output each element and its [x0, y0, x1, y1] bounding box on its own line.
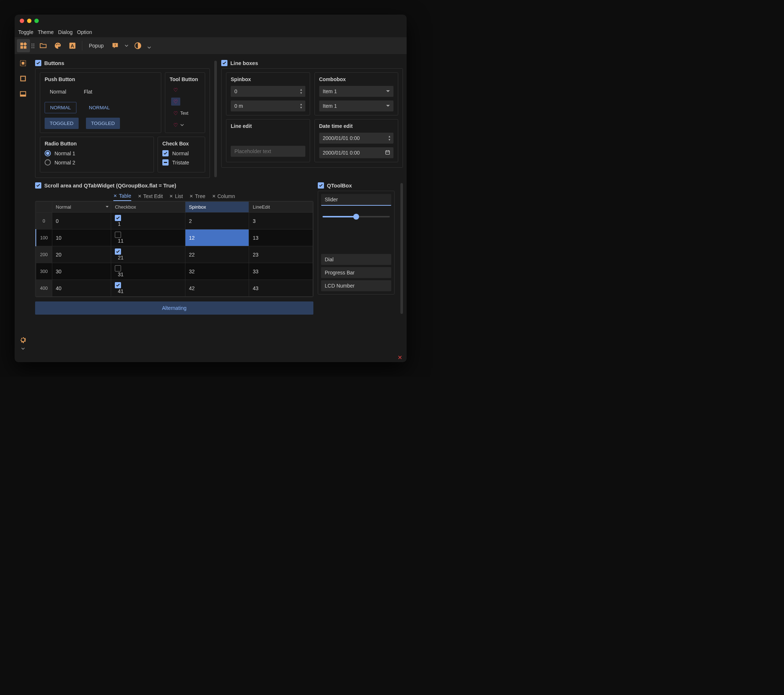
row-header[interactable]: 0 [36, 213, 52, 230]
cell[interactable]: 43 [249, 280, 313, 297]
close-icon[interactable]: ✕ [189, 194, 193, 199]
cell[interactable]: 20 [52, 246, 111, 263]
cell[interactable]: 13 [249, 230, 313, 246]
checkbox-normal[interactable]: Normal [162, 150, 200, 156]
tool-heart-boxed[interactable]: ♡ [171, 98, 180, 105]
sidebar-panel-icon[interactable] [17, 88, 29, 100]
spin-down-icon[interactable]: ▼ [299, 92, 304, 95]
cell[interactable]: 32 [185, 263, 249, 280]
datetime-1[interactable]: ▲▼ [319, 133, 394, 144]
toolbar-folder-icon[interactable] [36, 39, 50, 52]
buttons-group-check[interactable] [35, 60, 41, 66]
close-icon[interactable]: ✕ [138, 194, 142, 199]
cell[interactable]: 0 [52, 213, 111, 230]
table-row[interactable]: 30030 313233 [36, 263, 313, 280]
tool-heart-text[interactable]: ♡Text [171, 109, 191, 117]
statusbar-close-icon[interactable]: ✕ [397, 354, 402, 361]
col-normal[interactable]: Normal [52, 202, 111, 213]
cell-checkbox[interactable]: 31 [111, 263, 185, 280]
cell[interactable]: 40 [52, 280, 111, 297]
col-spinbox[interactable]: Spinbox [185, 202, 249, 213]
spinbox-1[interactable]: ▲▼ [231, 86, 305, 97]
datetime-2[interactable] [319, 147, 394, 158]
toolbar-grip[interactable] [31, 43, 35, 48]
toolbox-group-check[interactable] [318, 182, 324, 189]
cell-checkbox[interactable]: 41 [111, 280, 185, 297]
checkbox-icon[interactable] [115, 265, 121, 271]
push-toggled-2[interactable]: TOGGLED [86, 118, 120, 129]
maximize-window-button[interactable] [35, 19, 39, 23]
col-lineedit[interactable]: LineEdit [249, 202, 313, 213]
toolbar-font-icon[interactable]: A [66, 39, 79, 52]
spinbox-2[interactable]: ▲▼ [231, 100, 305, 112]
push-normal-outlined-2[interactable]: NORMAL [84, 102, 115, 113]
cell[interactable]: 33 [249, 263, 313, 280]
table-row[interactable]: 00 123 [36, 213, 313, 230]
push-normal-button[interactable]: Normal [44, 86, 71, 98]
scrollbar-main[interactable] [400, 183, 403, 314]
checkbox-icon[interactable] [115, 215, 121, 221]
cell[interactable]: 3 [249, 213, 313, 230]
scroll-group-check[interactable] [35, 182, 41, 189]
cell-checkbox[interactable]: 1 [111, 213, 185, 230]
close-icon[interactable]: ✕ [212, 194, 216, 199]
slider-widget[interactable] [323, 213, 390, 220]
spinbox-1-input[interactable] [231, 86, 305, 97]
close-icon[interactable]: ✕ [114, 193, 117, 199]
tab-table[interactable]: ✕Table [114, 193, 131, 201]
sidebar-settings-icon[interactable] [17, 334, 29, 346]
toolbox-lcd-tab[interactable]: LCD Number [321, 280, 391, 291]
cell-checkbox[interactable]: 21 [111, 246, 185, 263]
checkbox-icon[interactable] [115, 232, 121, 238]
radio-normal-1[interactable]: Normal 1 [44, 150, 149, 156]
cell[interactable]: 30 [52, 263, 111, 280]
radio-normal-2[interactable]: Normal 2 [44, 159, 149, 166]
toolbar-palette-icon[interactable] [51, 39, 64, 52]
table-row[interactable]: 10010 111213 [36, 230, 313, 246]
col-checkbox[interactable]: Checkbox [111, 202, 185, 213]
row-header[interactable]: 100 [36, 230, 52, 246]
menu-dialog[interactable]: Dialog [58, 29, 73, 35]
cell-checkbox[interactable]: 11 [111, 230, 185, 246]
toolbar-message-icon[interactable]: ! [109, 39, 122, 52]
toolbox-dial-tab[interactable]: Dial [321, 254, 391, 265]
checkbox-icon[interactable] [115, 248, 121, 255]
row-header[interactable]: 300 [36, 263, 52, 280]
lineboxes-group-check[interactable] [221, 60, 227, 66]
table-row[interactable]: 40040 414243 [36, 280, 313, 297]
alternating-button[interactable]: Alternating [35, 301, 313, 315]
combobox-1[interactable]: Item 1 [319, 86, 394, 97]
slider-thumb[interactable] [353, 214, 359, 220]
close-window-button[interactable] [20, 19, 24, 23]
push-normal-outlined-1[interactable]: NORMAL [44, 102, 76, 113]
sidebar-square-icon[interactable] [17, 72, 29, 85]
spin-up-icon[interactable]: ▲ [299, 103, 304, 106]
tool-heart-1[interactable]: ♡ [171, 86, 180, 94]
cell[interactable]: 2 [185, 213, 249, 230]
close-icon[interactable]: ✕ [169, 194, 173, 199]
spinbox-2-input[interactable] [231, 100, 305, 112]
cell[interactable]: 10 [52, 230, 111, 246]
row-header[interactable]: 200 [36, 246, 52, 263]
table-row[interactable]: 20020 212223 [36, 246, 313, 263]
sidebar-select-icon[interactable] [17, 57, 29, 69]
menu-theme[interactable]: Theme [38, 29, 54, 35]
lineedit-input[interactable] [231, 146, 305, 157]
datetime-1-input[interactable] [319, 133, 394, 144]
datetime-2-input[interactable] [319, 147, 382, 158]
spin-down-icon[interactable]: ▼ [387, 138, 392, 141]
cell[interactable]: 42 [185, 280, 249, 297]
toolbox-progress-tab[interactable]: Progress Bar [321, 267, 391, 278]
toolbar-contrast-icon[interactable] [131, 39, 145, 52]
tab-text-edit[interactable]: ✕Text Edit [138, 193, 163, 201]
toolbar-widgets-icon[interactable] [17, 39, 30, 52]
menu-option[interactable]: Option [77, 29, 92, 35]
tool-heart-dropdown[interactable]: ♡ [171, 121, 186, 129]
tab-list[interactable]: ✕List [169, 193, 183, 201]
minimize-window-button[interactable] [27, 19, 31, 23]
toolbar-dropdown-icon[interactable] [123, 39, 130, 52]
cell[interactable]: 12 [185, 230, 249, 246]
scrollbar-buttons[interactable] [214, 61, 217, 177]
calendar-icon[interactable] [382, 150, 394, 156]
spin-up-icon[interactable]: ▲ [299, 89, 304, 91]
